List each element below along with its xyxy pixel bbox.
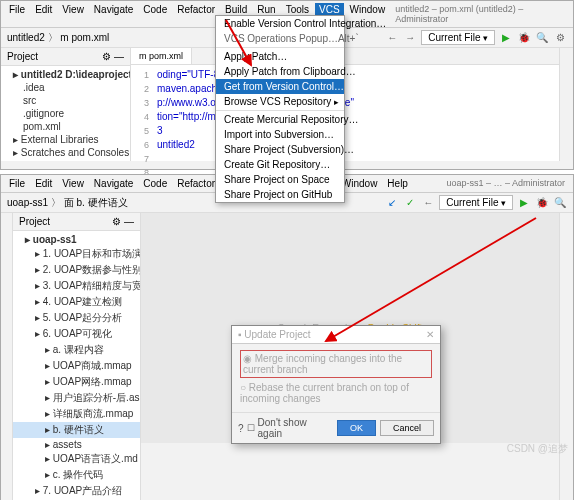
tree-item[interactable]: ▸ assets [13,438,140,451]
dropdown-item[interactable]: Get from Version Control… [216,79,344,94]
window-title: uoap-ss1 – … – Administrator [442,177,569,190]
menu-file[interactable]: File [5,3,29,25]
tree-item[interactable]: ▸ uoap-ss1 [13,233,140,246]
tree-item[interactable]: ▸ Scratches and Consoles [1,146,130,159]
vcs-update-icon[interactable]: ↙ [385,196,399,210]
back-icon[interactable]: ← [385,31,399,45]
menu-navigate[interactable]: Navigate [90,3,137,25]
tree-item[interactable]: ▸ UOAP网络.mmap [13,374,140,390]
run-icon[interactable]: ▶ [517,196,531,210]
tree-item[interactable]: ▸ UOAP商城.mmap [13,358,140,374]
dropdown-item[interactable]: Enable Version Control Integration… [216,16,344,31]
back-icon[interactable]: ← [421,196,435,210]
tree-item[interactable]: ▸ b. 硬件语义 [13,422,140,438]
window-title: untitled2 – pom.xml (untitled2) – Admini… [391,3,569,25]
tree-item[interactable]: .gitignore [1,107,130,120]
line-gutter: 12345678 [131,68,153,180]
tree-item[interactable]: ▸ External Libraries [1,133,130,146]
project-sidebar: Project⚙ — ▸ untitled2 D:\ideaprojects\u… [1,48,131,161]
tree-item[interactable]: ▸ c. 操作代码 [13,467,140,483]
ide-window-2: File Edit View Navigate Code Refactor Bu… [0,174,574,500]
dropdown-item[interactable]: Share Project on Space [216,172,344,187]
merge-option[interactable]: ◉ Merge incoming changes into the curren… [240,350,432,378]
menu-edit[interactable]: Edit [31,3,56,25]
ide-window-1: File Edit View Navigate Code Refactor Bu… [0,0,574,170]
tree-item[interactable]: ▸ 7. UOAP产品介绍 [13,483,140,499]
editor-tab[interactable]: m pom.xml [131,48,192,64]
project-label[interactable]: Project [19,216,50,227]
tree-item[interactable]: src [1,94,130,107]
tree-item[interactable]: ▸ UOAP语言语义.md [13,451,140,467]
debug-icon[interactable]: 🐞 [517,31,531,45]
tree-item[interactable]: ▸ 1. UOAP目标和市场演变 [13,246,140,262]
breadcrumb[interactable]: uoap-ss1 〉 面 b. 硬件语义 [7,196,128,210]
tree-item[interactable]: ▸ 6. UOAP可视化 [13,326,140,342]
tree-item[interactable]: ▸ 详细版商流.mmap [13,406,140,422]
ok-button[interactable]: OK [337,420,376,436]
right-rail [559,213,573,500]
run-config-selector[interactable]: Current File ▾ [439,195,513,210]
debug-icon[interactable]: 🐞 [535,196,549,210]
project-label[interactable]: Project [7,51,38,62]
dropdown-item[interactable]: Apply Patch from Clipboard… [216,64,344,79]
run-icon[interactable]: ▶ [499,31,513,45]
sidebar-gear-icon[interactable]: ⚙ — [112,216,134,227]
tree-item[interactable]: ▸ 用户追踪分析-后.aspx [13,390,140,406]
dont-show-checkbox[interactable]: ? ☐ Don't show again [238,417,333,439]
menu-code[interactable]: Code [139,3,171,25]
dropdown-item[interactable]: Create Git Repository… [216,157,344,172]
update-project-dialog: ▪ Update Project✕ ◉ Merge incoming chang… [231,325,441,444]
dropdown-item[interactable]: Create Mercurial Repository… [216,112,344,127]
run-config-selector[interactable]: Current File ▾ [421,30,495,45]
watermark: CSDN @追梦 [507,442,568,456]
menu-refactor[interactable]: Refactor [173,3,219,25]
dropdown-item[interactable]: Share Project (Subversion)… [216,142,344,157]
dropdown-item[interactable]: Import into Subversion… [216,127,344,142]
menu-edit[interactable]: Edit [31,177,56,190]
dropdown-item[interactable]: VCS Operations Popup…Alt+` [216,31,344,46]
editor-canvas: Search Everywhere Double Shift ▪ Update … [141,213,559,443]
close-icon[interactable]: ✕ [426,329,434,340]
project-sidebar: Project⚙ — ▸ uoap-ss1▸ 1. UOAP目标和市场演变▸ 2… [13,213,141,500]
tree-item[interactable]: ▸ 3. UOAP精细精度与宽度 [13,278,140,294]
search-icon[interactable]: 🔍 [535,31,549,45]
menu-refactor[interactable]: Refactor [173,177,219,190]
vcs-commit-icon[interactable]: ✓ [403,196,417,210]
menu-view[interactable]: View [58,177,88,190]
menu-help[interactable]: Help [383,177,412,190]
dialog-title: ▪ Update Project [238,329,310,340]
menu-file[interactable]: File [5,177,29,190]
menu-navigate[interactable]: Navigate [90,177,137,190]
breadcrumb[interactable]: untitled2 〉 m pom.xml [7,31,109,45]
vcs-dropdown: Enable Version Control Integration…VCS O… [215,15,345,203]
right-rail [559,48,573,161]
rebase-option[interactable]: ○ Rebase the current branch on top of in… [240,380,432,406]
tree-item[interactable]: .idea [1,81,130,94]
dropdown-item[interactable]: Apply Patch… [216,49,344,64]
gear-icon[interactable]: ⚙ [553,31,567,45]
tree-item[interactable]: ▸ untitled2 D:\ideaprojects\untitled2 [1,68,130,81]
tree-item[interactable]: ▸ 2. UOAP数据参与性别 [13,262,140,278]
dropdown-item[interactable]: Share Project on GitHub [216,187,344,202]
tree-item[interactable]: ▸ 4. UOAP建立检测 [13,294,140,310]
cancel-button[interactable]: Cancel [380,420,434,436]
tree-item[interactable]: ▸ a. 课程内容 [13,342,140,358]
forward-icon[interactable]: → [403,31,417,45]
search-icon[interactable]: 🔍 [553,196,567,210]
menu-view[interactable]: View [58,3,88,25]
tree-item[interactable]: pom.xml [1,120,130,133]
menu-code[interactable]: Code [139,177,171,190]
left-gutter [1,213,13,500]
tree-item[interactable]: ▸ 5. UOAP起分分析 [13,310,140,326]
sidebar-gear-icon[interactable]: ⚙ — [102,51,124,62]
dropdown-item[interactable]: Browse VCS Repository ▸ [216,94,344,109]
